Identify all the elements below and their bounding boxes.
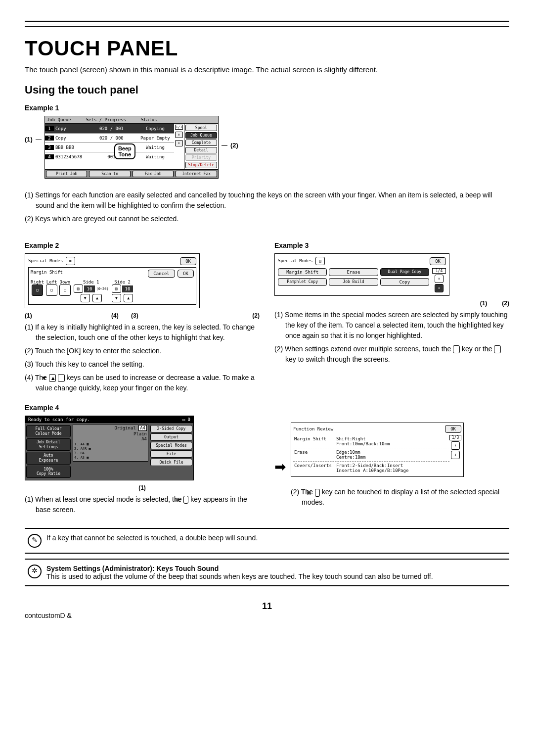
margin-shift-button[interactable]: Margin Shift — [278, 268, 327, 276]
output-button[interactable]: Output — [150, 433, 192, 441]
intro-text: The touch panel (screen) shown in this m… — [25, 65, 509, 74]
side1-label: Side 1 — [74, 280, 109, 284]
ok-button[interactable]: OK — [430, 257, 446, 265]
copy-count: 0 — [188, 417, 190, 422]
dual-page-button[interactable]: Dual Page Copy — [380, 268, 429, 276]
paper-a4: A4 — [141, 436, 147, 441]
ok-button[interactable]: OK — [445, 425, 461, 433]
ex1-note-1: (1) Settings for each function are easil… — [25, 190, 509, 211]
right-option[interactable]: ▢ — [32, 284, 43, 296]
marker-3: (3) — [131, 312, 151, 319]
ex2-title: Special Modes — [28, 258, 63, 263]
ex3-t2: (2) When settings extend over multiple s… — [274, 344, 509, 365]
2sided-button[interactable]: 2-Sided Copy — [150, 425, 192, 432]
up-arrow-icon: ▲ — [58, 374, 65, 382]
scroll-down-button[interactable]: ⬇ — [435, 284, 444, 292]
copy-button[interactable]: Copy — [380, 278, 429, 286]
ex4-review-panel: Function Review OK Margin ShiftShift:Rig… — [291, 423, 464, 477]
page-title: TOUCH PANEL — [25, 37, 509, 60]
note-box: ✎ If a key that cannot be selected is to… — [25, 528, 509, 554]
printjob-tab[interactable]: Print Job — [46, 171, 88, 177]
hdr-status: Status — [141, 117, 157, 122]
scroll-up-button[interactable]: ⬆ — [435, 275, 444, 283]
exposure-button[interactable]: AutoExposure — [26, 452, 71, 464]
example1-label: Example 1 — [25, 104, 509, 112]
spool-button[interactable]: Spool — [185, 125, 217, 131]
ex3-t1: (1) Some items in the special modes scre… — [274, 310, 509, 341]
row-name[interactable]: Copy — [54, 136, 87, 141]
jobbuild-button[interactable]: Job Build — [329, 278, 378, 286]
stop-delete-button[interactable]: Stop/Delete — [185, 162, 217, 168]
row-num: 4 — [45, 154, 54, 159]
gear-icon: ✲ — [28, 565, 42, 578]
ex3-panel: Special Modes ▤ OK Margin Shift Erase Du… — [274, 253, 449, 296]
row-num: 3 — [45, 145, 54, 150]
page-counter: 1/4 — [432, 268, 446, 274]
down-arrow-icon: ↓ — [453, 345, 460, 353]
pamphlet-button[interactable]: Pamphlet Copy — [278, 278, 327, 286]
sys-body: This is used to adjust the volume of the… — [46, 572, 433, 580]
example4-label: Example 4 — [25, 404, 509, 412]
marker-1: (1) — [480, 300, 488, 307]
scroll-down-button[interactable]: ⬇ — [451, 451, 460, 459]
margin-shift-label: Margin Shift — [31, 270, 63, 278]
list-icon[interactable]: ≡ — [66, 257, 75, 265]
scroll-up-button[interactable]: ⬆ — [451, 441, 460, 450]
ex2-t3: (3) Touch this key to cancel the setting… — [25, 359, 260, 370]
complete-button[interactable]: Complete — [185, 140, 217, 146]
down-option[interactable]: ▢ — [59, 284, 71, 296]
ok-button[interactable]: OK — [178, 270, 194, 278]
example2-label: Example 2 — [25, 241, 260, 249]
scroll-down-button[interactable]: ⬇ — [175, 140, 183, 146]
down-arrow-button[interactable]: ▼ — [112, 294, 121, 302]
quickfile-button[interactable]: Quick File — [150, 459, 192, 466]
specialmodes-button[interactable]: Special Modes — [150, 442, 192, 449]
row-status: Waiting — [136, 154, 174, 159]
jobdetail-button[interactable]: Job Detail Settings — [26, 438, 71, 451]
value-box: 10 — [122, 285, 134, 292]
review-label: Erase — [294, 450, 336, 460]
colour-button[interactable]: Full ColourColour Mode — [26, 425, 71, 437]
ex2-t1: (1) If a key is initially highlighted in… — [25, 322, 260, 343]
file-button[interactable]: File — [150, 450, 192, 458]
cancel-button[interactable]: Cancel — [148, 270, 175, 278]
scanto-tab[interactable]: Scan to — [89, 171, 131, 177]
up-arrow-button[interactable]: ▲ — [124, 294, 133, 302]
marker-1: (1) — [138, 484, 146, 491]
ex3-title: Special Modes — [278, 258, 312, 263]
row-status: Waiting — [136, 145, 174, 150]
row-name[interactable]: 0312345678 — [54, 154, 87, 159]
faxjob-tab[interactable]: Fax Job — [133, 171, 174, 177]
tray-item: A3 — [81, 456, 85, 460]
review-label: Margin Shift — [294, 436, 336, 446]
up-arrow-icon: ↑ — [494, 345, 501, 353]
ifax-tab[interactable]: Internet Fax — [176, 171, 217, 177]
ex1-callout-2: (2) — [230, 142, 238, 149]
erase-button[interactable]: Erase — [329, 268, 378, 276]
jobqueue-button[interactable]: Job Queue — [185, 132, 217, 139]
marker-4: (4) — [111, 312, 131, 319]
scroll-up-button[interactable]: ⬆ — [175, 132, 183, 138]
page-counter: 1/1 — [175, 125, 183, 130]
left-option[interactable]: ▢ — [46, 284, 57, 296]
ex2-t4: (4) The ▼ ▲ keys can be used to increase… — [25, 373, 260, 393]
beep-balloon: Beep Tone — [114, 143, 135, 159]
marker-2: (2) — [502, 300, 509, 307]
info-key-icon: ▤ — [183, 496, 188, 504]
ok-button[interactable]: OK — [180, 257, 196, 265]
detail-button[interactable]: Detail — [185, 147, 217, 153]
up-arrow-button[interactable]: ▲ — [92, 294, 102, 302]
subheading: Using the touch panel — [25, 84, 509, 96]
copyratio-button[interactable]: 100%Copy Ratio — [26, 466, 71, 478]
hdr-jobqueue: Job Queue — [47, 117, 71, 122]
row-name[interactable]: Copy — [54, 126, 87, 131]
row-name[interactable]: BBB BBB — [54, 145, 87, 150]
list-icon[interactable]: ▤ — [315, 257, 325, 265]
page-counter: 1/3 — [449, 435, 461, 440]
sys-heading: System Settings (Administrator): Keys To… — [46, 565, 219, 572]
row-num: 2 — [45, 136, 54, 141]
down-arrow-button[interactable]: ▼ — [81, 294, 90, 302]
tray-item: A4R — [81, 447, 87, 451]
row-sets: 020 / 000 — [87, 136, 136, 141]
info-key-icon: ▤ — [315, 489, 320, 497]
